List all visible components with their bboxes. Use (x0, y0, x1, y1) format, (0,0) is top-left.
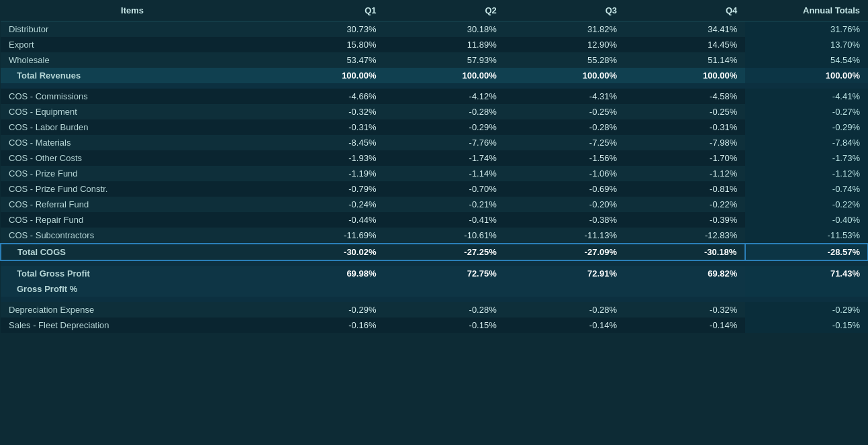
row-label: Depreciation Expense (1, 302, 264, 317)
cell-q2: -0.21% (384, 197, 504, 212)
cell-q1: -0.16% (264, 317, 384, 333)
cell-annual: -0.29% (745, 302, 868, 317)
spacer-cell (505, 260, 625, 266)
table-row: Gross Profit % (1, 281, 868, 297)
cell-q2: 72.75% (384, 266, 504, 281)
cell-annual: -0.74% (745, 181, 868, 197)
cell-annual: 31.76% (745, 21, 868, 38)
cell-q3: 31.82% (505, 21, 625, 38)
spacer-cell (264, 297, 384, 302)
row-label: COS - Commissions (1, 89, 264, 104)
row-label: Total Revenues (1, 68, 264, 83)
cell-q2: -0.28% (384, 302, 504, 317)
cell-q3: 100.00% (505, 68, 625, 83)
cell-annual: 54.54% (745, 52, 868, 68)
cell-q3: -0.38% (505, 212, 625, 228)
spacer-cell (384, 297, 504, 302)
cell-q1: -0.29% (264, 302, 384, 317)
cell-q3: -0.28% (505, 302, 625, 317)
cell-q4: 69.82% (625, 266, 745, 281)
cell-q3: -11.13% (505, 228, 625, 244)
cell-annual: -0.29% (745, 119, 868, 135)
table-row: COS - Repair Fund-0.44%-0.41%-0.38%-0.39… (1, 212, 868, 228)
cell-annual: -7.84% (745, 135, 868, 150)
cell-annual: -0.22% (745, 197, 868, 212)
cell-q3: -0.28% (505, 119, 625, 135)
cell-q4: -1.12% (625, 166, 745, 181)
row-label: Sales - Fleet Depreciation (1, 317, 264, 333)
spacer-cell (505, 83, 625, 89)
cell-q3: 55.28% (505, 52, 625, 68)
cell-q4: -0.22% (625, 197, 745, 212)
cell-annual: -1.12% (745, 166, 868, 181)
row-label: Total COGS (1, 244, 264, 260)
cell-q2: -0.29% (384, 119, 504, 135)
cell-annual: -1.73% (745, 150, 868, 166)
table-header: Items Q1 Q2 Q3 Q4 Annual Totals (1, 0, 868, 21)
spacer-cell (625, 297, 745, 302)
table-row: Sales - Fleet Depreciation-0.16%-0.15%-0… (1, 317, 868, 333)
cell-q3: -0.25% (505, 104, 625, 119)
table-row: Export15.80%11.89%12.90%14.45%13.70% (1, 37, 868, 52)
cell-annual: -0.40% (745, 212, 868, 228)
cell-q1: -4.66% (264, 89, 384, 104)
cell-q2: -10.61% (384, 228, 504, 244)
cell-q2: 57.93% (384, 52, 504, 68)
cell-q4: -7.98% (625, 135, 745, 150)
header-items: Items (1, 0, 264, 21)
table-row (1, 260, 868, 266)
table-row: COS - Other Costs-1.93%-1.74%-1.56%-1.70… (1, 150, 868, 166)
cell-q1: -30.02% (264, 244, 384, 260)
cell-q4: -1.70% (625, 150, 745, 166)
cell-q2: 100.00% (384, 68, 504, 83)
spacer-cell (745, 83, 868, 89)
cell-q4: 51.14% (625, 52, 745, 68)
table-row: COS - Labor Burden-0.31%-0.29%-0.28%-0.3… (1, 119, 868, 135)
cell-q1: -0.31% (264, 119, 384, 135)
cell-q3: -0.14% (505, 317, 625, 333)
cell-q4: -30.18% (625, 244, 745, 260)
cell-q1: -0.79% (264, 181, 384, 197)
table-row: COS - Equipment-0.32%-0.28%-0.25%-0.25%-… (1, 104, 868, 119)
row-label: COS - Referral Fund (1, 197, 264, 212)
row-label: Export (1, 37, 264, 52)
cell-annual: -0.27% (745, 104, 868, 119)
table-row: COS - Referral Fund-0.24%-0.21%-0.20%-0.… (1, 197, 868, 212)
spacer-cell (384, 83, 504, 89)
cell-q3: -1.56% (505, 150, 625, 166)
spacer-cell (1, 297, 264, 302)
cell-q1: -8.45% (264, 135, 384, 150)
cell-q4: -0.39% (625, 212, 745, 228)
spacer-cell (625, 83, 745, 89)
spacer-cell (745, 260, 868, 266)
cell-q2: 30.18% (384, 21, 504, 38)
row-label: COS - Other Costs (1, 150, 264, 166)
header-q4: Q4 (625, 0, 745, 21)
spacer-cell (384, 260, 504, 266)
row-label: COS - Repair Fund (1, 212, 264, 228)
row-label: Distributor (1, 21, 264, 38)
cell-q2: -0.15% (384, 317, 504, 333)
cell-q2: -4.12% (384, 89, 504, 104)
cell-q1: 53.47% (264, 52, 384, 68)
table-row (1, 83, 868, 89)
cell-annual: 100.00% (745, 68, 868, 83)
cell-annual: 71.43% (745, 266, 868, 281)
cell-q1: -1.93% (264, 150, 384, 166)
cell-q1: -0.32% (264, 104, 384, 119)
cell-annual: -11.53% (745, 228, 868, 244)
cell-annual: -0.15% (745, 317, 868, 333)
cell-q3: 12.90% (505, 37, 625, 52)
table-row: Total Revenues100.00%100.00%100.00%100.0… (1, 68, 868, 83)
cell-q3: -0.20% (505, 197, 625, 212)
cell-q2: -0.41% (384, 212, 504, 228)
cell-q4: 34.41% (625, 21, 745, 38)
cell-annual: -4.41% (745, 89, 868, 104)
cell-q4: 100.00% (625, 68, 745, 83)
cell-q1: -11.69% (264, 228, 384, 244)
table-row: COS - Prize Fund-1.19%-1.14%-1.06%-1.12%… (1, 166, 868, 181)
cell-q1: -0.24% (264, 197, 384, 212)
cell-q4: 14.45% (625, 37, 745, 52)
cell-q4: -4.58% (625, 89, 745, 104)
cell-q3: -27.09% (505, 244, 625, 260)
